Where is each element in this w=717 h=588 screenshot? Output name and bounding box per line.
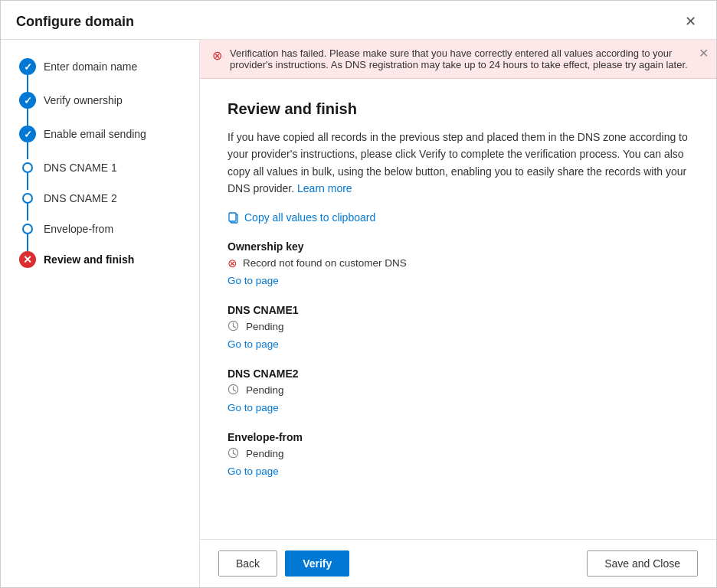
- copy-all-values-button[interactable]: Copy all values to clipboard: [228, 211, 375, 224]
- step-label-enter-domain: Enter domain name: [44, 58, 199, 75]
- dialog-body: ✓ Enter domain name ✓ Verify ownership ✓: [1, 40, 716, 587]
- step-icon-review-finish: ✕: [19, 251, 36, 268]
- dialog-header: Configure domain ✕: [1, 1, 716, 40]
- svg-line-7: [234, 390, 236, 391]
- step-label-dns-cname-1: DNS CNAME 1: [44, 159, 199, 176]
- sidebar-item-enter-domain[interactable]: ✓ Enter domain name: [19, 58, 199, 92]
- step-icon-verify-ownership: ✓: [19, 92, 36, 109]
- record-status-cname1: Pending: [228, 320, 689, 334]
- sidebar: ✓ Enter domain name ✓ Verify ownership ✓: [1, 40, 200, 587]
- sidebar-item-review-finish[interactable]: ✕ Review and finish: [19, 251, 199, 268]
- record-status-cname2: Pending: [228, 384, 689, 397]
- pending-icon-envelope: [228, 447, 239, 461]
- sidebar-item-dns-cname-1[interactable]: DNS CNAME 1: [19, 159, 199, 190]
- step-label-dns-cname-2: DNS CNAME 2: [44, 190, 199, 207]
- step-line-3: [27, 142, 28, 159]
- alert-message: Verification has failed. Please make sur…: [230, 47, 704, 70]
- save-close-button[interactable]: Save and Close: [587, 550, 698, 577]
- step-icon-enable-email: ✓: [19, 126, 36, 142]
- record-dns-cname2: DNS CNAME2 Pending Go to page: [228, 368, 689, 414]
- sidebar-item-dns-cname-2[interactable]: DNS CNAME 2: [19, 190, 199, 220]
- verify-button[interactable]: Verify: [285, 550, 349, 577]
- record-name-ownership: Ownership key: [228, 240, 689, 253]
- status-label-cname2: Pending: [246, 384, 284, 396]
- step-label-envelope-from: Envelope-from: [44, 220, 199, 237]
- svg-line-4: [234, 326, 236, 328]
- section-description: If you have copied all records in the pr…: [228, 129, 689, 198]
- step-line-4: [27, 173, 28, 190]
- alert-close-button[interactable]: ✕: [699, 46, 709, 60]
- back-button[interactable]: Back: [218, 550, 277, 577]
- sidebar-item-verify-ownership[interactable]: ✓ Verify ownership: [19, 92, 199, 126]
- main-content: ⊗ Verification has failed. Please make s…: [200, 40, 716, 587]
- svg-line-10: [234, 453, 236, 455]
- step-icon-dns-cname-2: [22, 193, 33, 204]
- record-dns-cname1: DNS CNAME1 Pending Go to page: [228, 304, 689, 351]
- go-to-page-cname2[interactable]: Go to page: [228, 402, 279, 413]
- status-label-ownership: Record not found on customer DNS: [243, 257, 407, 269]
- record-name-cname1: DNS CNAME1: [228, 304, 689, 316]
- go-to-page-ownership[interactable]: Go to page: [228, 275, 279, 286]
- record-name-cname2: DNS CNAME2: [228, 368, 689, 380]
- go-to-page-envelope[interactable]: Go to page: [228, 466, 279, 477]
- status-label-cname1: Pending: [246, 321, 284, 332]
- pending-icon-cname1: [228, 320, 239, 334]
- step-line-6: [27, 234, 28, 251]
- record-name-envelope: Envelope-from: [228, 431, 689, 443]
- pending-icon-cname2: [228, 384, 239, 397]
- record-ownership-key: Ownership key ⊗ Record not found on cust…: [228, 240, 689, 287]
- step-label-review-finish: Review and finish: [44, 251, 199, 268]
- configure-domain-dialog: Configure domain ✕ ✓ Enter domain name ✓…: [0, 0, 717, 588]
- step-icon-enter-domain: ✓: [19, 58, 36, 75]
- dialog-title: Configure domain: [16, 14, 134, 30]
- record-envelope-from: Envelope-from Pending Go to page: [228, 431, 689, 478]
- content-area: Review and finish If you have copied all…: [200, 79, 716, 539]
- step-label-enable-email: Enable email sending: [44, 126, 199, 142]
- close-button[interactable]: ✕: [680, 11, 701, 31]
- record-status-envelope: Pending: [228, 447, 689, 461]
- status-label-envelope: Pending: [246, 448, 284, 459]
- svg-rect-1: [229, 213, 236, 221]
- sidebar-item-envelope-from[interactable]: Envelope-from: [19, 220, 199, 251]
- step-line-1: [27, 75, 28, 92]
- error-icon: ⊗: [228, 256, 237, 270]
- footer-left-actions: Back Verify: [218, 550, 349, 577]
- alert-banner: ⊗ Verification has failed. Please make s…: [200, 40, 716, 79]
- copy-icon: [228, 211, 240, 224]
- step-icon-envelope-from: [22, 224, 33, 234]
- step-label-verify-ownership: Verify ownership: [44, 92, 199, 109]
- section-title: Review and finish: [228, 100, 689, 118]
- learn-more-link[interactable]: Learn more: [297, 182, 352, 194]
- step-icon-dns-cname-1: [22, 162, 33, 173]
- step-line-2: [27, 109, 28, 126]
- record-status-ownership: ⊗ Record not found on customer DNS: [228, 256, 689, 270]
- alert-error-icon: ⊗: [212, 48, 222, 63]
- step-line-5: [27, 204, 28, 220]
- sidebar-item-enable-email[interactable]: ✓ Enable email sending: [19, 126, 199, 159]
- dialog-footer: Back Verify Save and Close: [200, 539, 716, 587]
- go-to-page-cname1[interactable]: Go to page: [228, 338, 279, 350]
